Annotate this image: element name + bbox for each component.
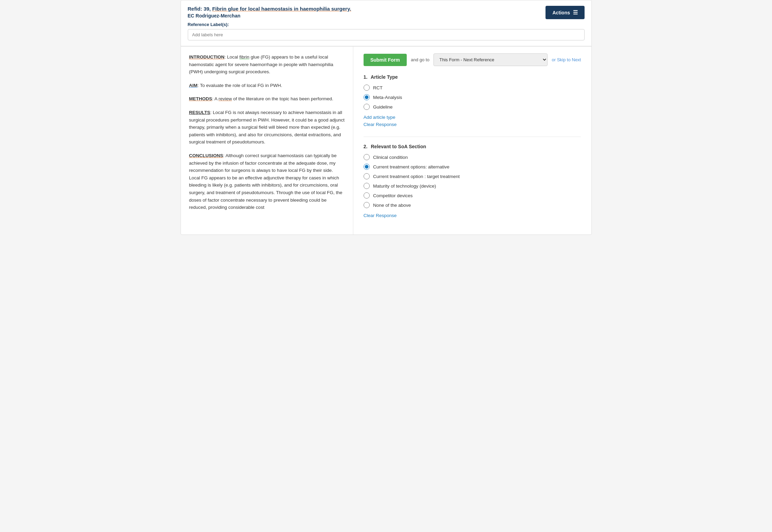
results-text: : Local FG is not always necessary to ac…	[189, 110, 345, 144]
aim-text: : To evaluate the role of local FG in PW…	[197, 83, 282, 88]
radio-none-of-above-input[interactable]	[364, 202, 370, 208]
aim-section: AIM: To evaluate the role of local FG in…	[189, 82, 345, 89]
question-2-section: 2. Relevant to SoA Section Clinical cond…	[364, 144, 581, 218]
and-go-to-label: and go to	[411, 57, 429, 62]
form-panel: Submit Form and go to This Form - Next R…	[353, 47, 591, 235]
radio-clinical-condition[interactable]: Clinical condition	[364, 154, 581, 160]
skip-to-next-link[interactable]: or Skip to Next	[552, 57, 581, 62]
ref-author: EC Rodriguez-Merchan	[188, 13, 585, 18]
article-type-radio-group: RCT Meta-Analysis Guideline	[364, 85, 581, 110]
radio-current-treatment-target[interactable]: Current treatment option : target treatm…	[364, 173, 581, 179]
radio-guideline[interactable]: Guideline	[364, 104, 581, 110]
radio-current-treatment-alt-input[interactable]	[364, 164, 370, 170]
radio-none-of-above-label: None of the above	[373, 203, 411, 208]
radio-competitor-devices[interactable]: Competitor devices	[364, 192, 581, 199]
divider-1	[364, 137, 581, 137]
results-section: RESULTS: Local FG is not always necessar…	[189, 109, 345, 146]
menu-icon: ☰	[573, 9, 578, 16]
question-2-title: 2. Relevant to SoA Section	[364, 144, 581, 149]
go-to-select[interactable]: This Form - Next Reference This Form - P…	[433, 53, 548, 66]
radio-rct[interactable]: RCT	[364, 85, 581, 91]
radio-rct-label: RCT	[373, 85, 383, 90]
methods-text: : A review of the literature on the topi…	[212, 96, 333, 101]
submit-button[interactable]: Submit Form	[364, 54, 407, 66]
clear-response-1-link[interactable]: Clear Response	[364, 122, 581, 127]
abstract-panel: INTRODUCTION: Local fibrin glue (FG) app…	[181, 47, 353, 235]
radio-maturity-technology[interactable]: Maturity of technology (device)	[364, 183, 581, 189]
question-1-text: Article Type	[371, 74, 398, 80]
main-container: Refid: 39, Fibrin glue for local haemost…	[181, 0, 592, 235]
radio-current-treatment-alt[interactable]: Current treatment options: alternative	[364, 164, 581, 170]
radio-maturity-technology-input[interactable]	[364, 183, 370, 189]
actions-button[interactable]: Actions ☰	[546, 6, 584, 19]
radio-meta-analysis[interactable]: Meta-Analysis	[364, 94, 581, 100]
ref-title-link[interactable]: Fibrin glue for local haemostasis in hae…	[212, 6, 351, 12]
fibrin-highlight: fibrin	[240, 54, 249, 60]
ref-label-heading: Reference Label(s):	[188, 22, 585, 27]
submit-row: Submit Form and go to This Form - Next R…	[364, 53, 581, 66]
radio-none-of-above[interactable]: None of the above	[364, 202, 581, 208]
conclusions-section: CONCLUSIONS: Although correct surgical h…	[189, 152, 345, 211]
radio-rct-input[interactable]	[364, 85, 370, 91]
question-2-text: Relevant to SoA Section	[371, 144, 426, 149]
methods-heading: METHODS	[189, 96, 212, 101]
radio-competitor-devices-input[interactable]	[364, 192, 370, 199]
radio-meta-analysis-label: Meta-Analysis	[373, 95, 402, 100]
question-1-title: 1. Article Type	[364, 74, 581, 80]
header-section: Refid: 39, Fibrin glue for local haemost…	[181, 0, 591, 47]
radio-guideline-label: Guideline	[373, 104, 393, 110]
radio-clinical-condition-label: Clinical condition	[373, 155, 408, 160]
introduction-section: INTRODUCTION: Local fibrin glue (FG) app…	[189, 53, 345, 76]
radio-meta-analysis-input[interactable]	[364, 94, 370, 100]
radio-current-treatment-target-label: Current treatment option : target treatm…	[373, 174, 460, 179]
question-2-number: 2.	[364, 144, 368, 149]
radio-current-treatment-alt-label: Current treatment options: alternative	[373, 164, 450, 169]
radio-guideline-input[interactable]	[364, 104, 370, 110]
results-heading: RESULTS	[189, 110, 210, 115]
radio-maturity-technology-label: Maturity of technology (device)	[373, 183, 436, 189]
label-input[interactable]	[188, 29, 585, 40]
ref-title: Refid: 39, Fibrin glue for local haemost…	[188, 6, 585, 12]
radio-clinical-condition-input[interactable]	[364, 154, 370, 160]
review-highlight: review	[219, 96, 232, 101]
question-1-section: 1. Article Type RCT Meta-Analysis Guidel…	[364, 74, 581, 127]
conclusions-text: : Although correct surgical haemostasis …	[189, 153, 343, 210]
aim-heading: AIM	[189, 83, 198, 88]
refid-text: Refid: 39,	[188, 6, 211, 12]
actions-label: Actions	[552, 10, 570, 15]
conclusions-heading: CONCLUSIONS	[189, 153, 223, 158]
intro-heading: INTRODUCTION	[189, 54, 225, 60]
radio-current-treatment-target-input[interactable]	[364, 173, 370, 179]
question-1-number: 1.	[364, 74, 368, 80]
radio-competitor-devices-label: Competitor devices	[373, 193, 413, 198]
soa-radio-group: Clinical condition Current treatment opt…	[364, 154, 581, 208]
main-content: INTRODUCTION: Local fibrin glue (FG) app…	[181, 47, 591, 235]
clear-response-2-link[interactable]: Clear Response	[364, 213, 581, 218]
add-article-type-link[interactable]: Add article type	[364, 115, 581, 120]
methods-section: METHODS: A review of the literature on t…	[189, 95, 345, 103]
